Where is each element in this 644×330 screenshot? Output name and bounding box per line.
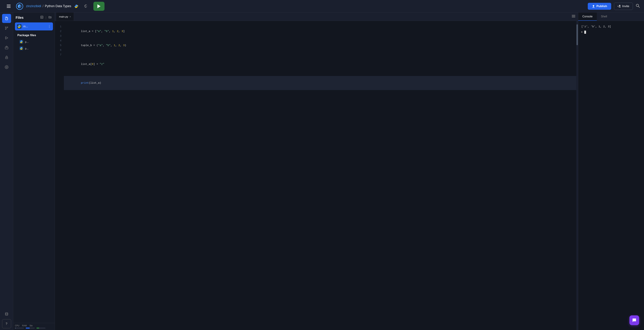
storage-bar-fill <box>36 327 39 328</box>
active-file-python-icon <box>17 24 22 29</box>
svg-rect-13 <box>5 47 8 49</box>
lock-icon <box>5 56 8 59</box>
editor-menu-icon <box>572 15 575 18</box>
file-list-name-2: p... <box>25 47 29 50</box>
files-icon <box>5 17 8 20</box>
code-line-4: list_a[0] = "z" <box>64 57 576 71</box>
hamburger-icon <box>7 5 10 8</box>
files-panel: Files | <box>13 13 55 330</box>
sidebar-item-packages[interactable] <box>2 43 11 52</box>
python-badge-icon <box>74 4 79 9</box>
console-tabs: Console Shell <box>578 13 644 21</box>
publish-button[interactable]: Publish <box>588 3 611 10</box>
editor-scrollbar-thumb <box>576 24 578 45</box>
console-arrow: ▶ <box>581 30 583 34</box>
search-button[interactable] <box>636 4 640 9</box>
files-divider: | <box>46 16 46 20</box>
svg-rect-1 <box>7 6 10 7</box>
history-button[interactable] <box>82 3 90 10</box>
add-folder-button[interactable] <box>48 15 52 20</box>
file-python-icon-1 <box>20 40 23 44</box>
code-line-2: tuple_b = ("a", "b", 1, 2, 3) <box>64 38 576 53</box>
invite-icon <box>618 5 621 8</box>
svg-point-17 <box>6 67 7 68</box>
code-line-1: list_a = ["a", "b", 1, 2, 3] <box>64 24 576 38</box>
file-list-name-1: p... <box>25 40 29 43</box>
svg-point-9 <box>7 27 8 28</box>
run-button[interactable] <box>94 2 104 11</box>
ram-bar-fill <box>26 327 30 328</box>
svg-rect-2 <box>7 7 10 8</box>
svg-rect-29 <box>572 17 575 18</box>
editor-scrollbar[interactable] <box>576 21 578 330</box>
editor-tab-main[interactable]: main.py × <box>56 13 74 21</box>
active-file-name: m... <box>23 25 46 28</box>
files-header: Files | <box>13 13 55 22</box>
svg-point-10 <box>5 29 6 30</box>
hamburger-menu[interactable] <box>4 2 13 11</box>
sidebar-item-run[interactable] <box>2 33 11 42</box>
sidebar-item-database[interactable] <box>2 309 11 318</box>
cpu-label: CPU <box>15 324 19 327</box>
svg-point-8 <box>5 27 6 28</box>
file-python-icon-2 <box>20 46 23 50</box>
svg-rect-0 <box>7 5 10 5</box>
breadcrumb: zinzinzibidi / Python Data Types <box>26 4 71 8</box>
package-files-label: Package files <box>13 31 55 38</box>
console-tab-shell[interactable]: Shell <box>597 13 611 21</box>
console-prompt: ▶ <box>581 30 641 34</box>
breadcrumb-user[interactable]: zinzinzibidi <box>26 4 41 8</box>
chat-icon <box>632 318 637 323</box>
settings-icon <box>5 65 8 69</box>
active-file-item[interactable]: m... ⋮ <box>15 23 53 31</box>
console-cursor <box>584 31 586 34</box>
console-tab-console[interactable]: Console <box>578 13 597 21</box>
list-item[interactable]: p... <box>13 38 55 45</box>
svg-marker-5 <box>98 4 100 8</box>
svg-point-18 <box>5 313 8 314</box>
console-panel: Console Shell ['z', 'b', 1, 2, 3] ▶ <box>578 13 644 330</box>
tab-filename: main.py <box>59 15 68 18</box>
sidebar-item-settings[interactable] <box>2 63 11 72</box>
add-folder-icon <box>48 16 52 19</box>
invite-button[interactable]: Invite <box>614 3 633 10</box>
code-area[interactable]: 1 2 3 4 5 6 7 list_a = ["a", "b", 1, 2, … <box>55 21 578 330</box>
svg-marker-11 <box>6 37 8 39</box>
sidebar-item-secrets[interactable] <box>2 53 11 62</box>
ram-bar <box>26 327 35 328</box>
editor-menu-button[interactable] <box>569 15 578 19</box>
icon-sidebar: ? <box>0 13 13 330</box>
chat-button[interactable] <box>630 315 639 325</box>
storage-bar <box>36 327 46 328</box>
history-icon <box>84 4 88 9</box>
svg-point-16 <box>6 58 7 58</box>
sidebar-item-files[interactable] <box>2 14 11 23</box>
code-line-3 <box>64 53 576 57</box>
topnav: zinzinzibidi / Python Data Types Publish <box>0 0 644 13</box>
publish-icon <box>592 5 595 8</box>
packages-icon <box>5 46 8 50</box>
sidebar-item-git[interactable] <box>2 24 11 33</box>
tab-close-button[interactable]: × <box>70 16 71 18</box>
svg-line-7 <box>638 6 640 8</box>
cpu-bar-fill <box>15 327 16 328</box>
editor-area: main.py × 1 2 3 4 5 6 7 <box>55 13 578 330</box>
add-file-button[interactable] <box>40 15 44 20</box>
svg-rect-27 <box>572 15 575 16</box>
storage-label: Sto <box>30 324 33 327</box>
console-output: ['z', 'b', 1, 2, 3] ▶ <box>578 21 644 330</box>
file-menu-button[interactable]: ⋮ <box>48 25 51 28</box>
code-editor[interactable]: list_a = ["a", "b", 1, 2, 3] tuple_b = (… <box>64 21 576 330</box>
main-area: ? Files | <box>0 13 644 330</box>
cpu-bar <box>15 327 24 328</box>
breadcrumb-project: Python Data Types <box>45 4 71 8</box>
database-icon <box>5 312 8 316</box>
resource-bar: CPU RAM Sto <box>13 323 55 330</box>
ram-label: RAM <box>22 324 27 327</box>
list-item[interactable]: p... <box>13 45 55 52</box>
sidebar-item-help[interactable]: ? <box>2 319 11 328</box>
svg-rect-28 <box>572 16 575 17</box>
line-numbers: 1 2 3 4 5 6 7 <box>55 21 64 330</box>
logo-icon <box>16 3 23 10</box>
editor-tabs: main.py × <box>55 13 578 21</box>
